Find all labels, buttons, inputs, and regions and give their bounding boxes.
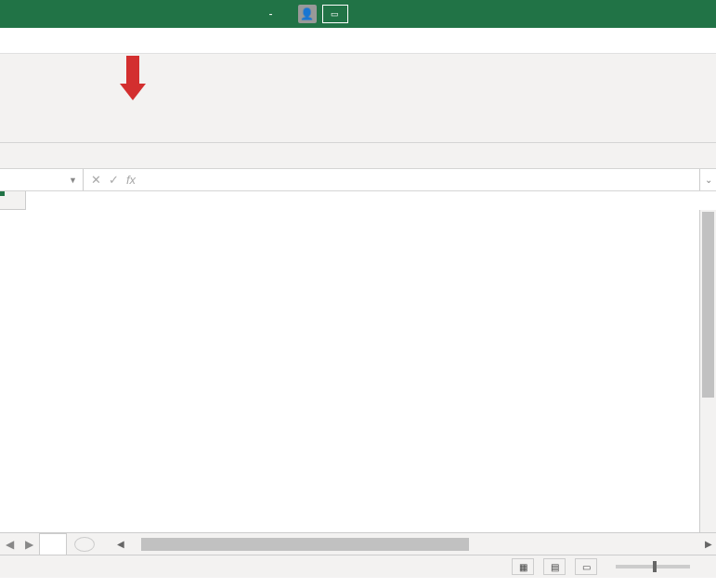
cancel-formula-icon[interactable]: ✕ xyxy=(91,173,101,187)
menu-bar xyxy=(0,28,716,54)
view-normal-button[interactable]: ▦ xyxy=(512,558,534,575)
enter-formula-icon[interactable]: ✓ xyxy=(109,173,119,187)
ribbon xyxy=(0,54,716,143)
pointer-arrow-icon xyxy=(126,56,146,100)
spreadsheet-grid[interactable] xyxy=(0,191,716,533)
minimize-button[interactable] xyxy=(605,0,642,28)
horizontal-scrollbar[interactable]: ◀▶ xyxy=(113,538,716,551)
add-sheet-button[interactable] xyxy=(74,537,95,552)
sheet-nav-prev-icon[interactable]: ◀ xyxy=(0,538,20,551)
close-button[interactable] xyxy=(679,0,716,28)
view-layout-button[interactable]: ▤ xyxy=(543,558,566,575)
formula-bar: ▼ ✕ ✓ fx ⌄ xyxy=(0,169,716,191)
ribbon-display-button[interactable]: ▭ xyxy=(322,5,348,23)
expand-formula-icon[interactable]: ⌄ xyxy=(699,169,716,190)
quick-access-toolbar xyxy=(0,143,716,169)
vertical-scrollbar[interactable] xyxy=(699,210,716,532)
chevron-down-icon[interactable]: ▼ xyxy=(69,176,77,185)
sheet-tab-sample[interactable] xyxy=(39,533,67,555)
fx-icon[interactable]: fx xyxy=(126,173,136,187)
title-bar: - 👤 ▭ xyxy=(0,0,716,28)
maximize-button[interactable] xyxy=(642,0,679,28)
zoom-slider[interactable] xyxy=(616,565,690,568)
sheet-nav-next-icon[interactable]: ▶ xyxy=(20,538,39,551)
view-break-button[interactable]: ▭ xyxy=(575,558,597,575)
name-box[interactable]: ▼ xyxy=(0,169,84,190)
sheet-tab-bar: ◀ ▶ ◀▶ xyxy=(0,533,716,555)
formula-input[interactable] xyxy=(143,169,699,190)
status-bar: ▦ ▤ ▭ xyxy=(0,555,716,578)
user-avatar-icon[interactable]: 👤 xyxy=(298,5,317,23)
select-all-corner[interactable] xyxy=(0,191,26,210)
